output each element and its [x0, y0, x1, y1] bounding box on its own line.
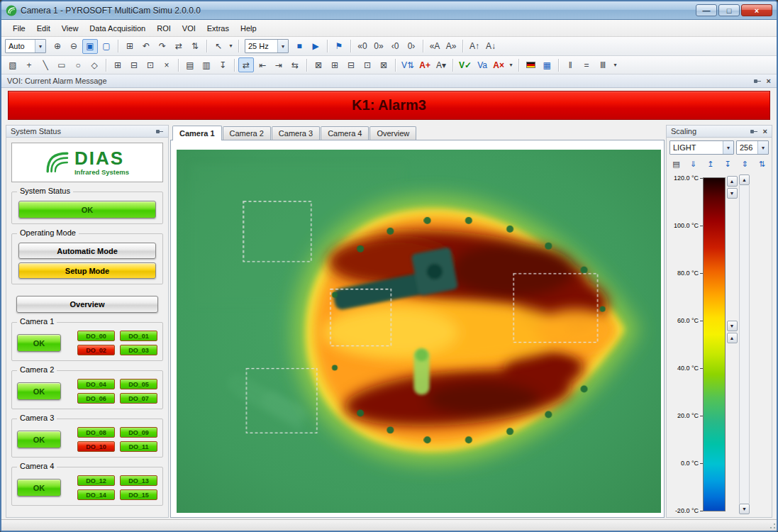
menu-view[interactable]: View	[56, 22, 84, 35]
next-sequence-icon[interactable]: A»	[443, 39, 459, 54]
tab-camera-2[interactable]: Camera 2	[223, 126, 271, 140]
combo-caret-icon[interactable]: ▾	[277, 40, 288, 52]
color-scale-bar[interactable]	[703, 177, 726, 511]
step-back-zero-icon[interactable]: ‹0	[387, 39, 403, 54]
range-down-icon[interactable]: ▼	[727, 321, 738, 331]
scale-expand-icon[interactable]: ⇕	[738, 157, 752, 171]
point-roi-icon[interactable]: +	[21, 57, 37, 72]
panel-scrollbar[interactable]: ▲ ▼	[739, 174, 750, 514]
pixel-grid-icon[interactable]: ⊞	[122, 39, 138, 54]
polygon-roi-icon[interactable]: ◇	[87, 57, 102, 72]
do-06-button[interactable]: DO_06	[77, 393, 115, 404]
ellipse-roi-icon[interactable]: ○	[70, 57, 86, 72]
image-new-icon[interactable]: ▤	[182, 57, 198, 72]
combo-caret-icon[interactable]: ▾	[35, 40, 45, 52]
do-14-button[interactable]: DO_14	[77, 489, 115, 500]
scroll-down-icon[interactable]: ▼	[739, 504, 750, 514]
select-tool-caret-icon[interactable]: ▾	[227, 39, 235, 54]
menu-edit[interactable]: Edit	[31, 22, 56, 35]
do-02-button[interactable]: DO_02	[77, 345, 115, 355]
do-05-button[interactable]: DO_05	[120, 379, 157, 389]
menu-roi[interactable]: ROI	[151, 22, 177, 35]
roi-to-all-icon[interactable]: ⊠	[376, 57, 391, 72]
split-horizontal-icon[interactable]: =	[579, 57, 594, 72]
system-ok-button[interactable]: OK	[18, 201, 156, 218]
maximize-button[interactable]: □	[718, 4, 740, 16]
roi-duplicate-icon[interactable]: ⊡	[143, 57, 158, 72]
do-09-button[interactable]: DO_09	[120, 427, 157, 438]
roi-cut-icon[interactable]: ×	[159, 57, 174, 72]
combo-caret-icon[interactable]: ▾	[723, 141, 733, 154]
zoom-fit-icon[interactable]: ▣	[82, 39, 98, 54]
levels-combo[interactable]: 256 ▾	[736, 140, 769, 155]
tab-camera-4[interactable]: Camera 4	[321, 126, 369, 140]
camera-3-ok-button[interactable]: OK	[17, 431, 61, 448]
do-00-button[interactable]: DO_00	[77, 331, 115, 341]
frequency-combo[interactable]: 25 Hz ▾	[245, 39, 289, 53]
scrollbar-track[interactable]	[739, 185, 750, 504]
do-07-button[interactable]: DO_07	[120, 393, 157, 404]
close-icon[interactable]: ×	[767, 77, 771, 85]
new-roi-icon[interactable]: ▧	[5, 57, 21, 72]
forward-zero-icon[interactable]: 0»	[371, 39, 387, 54]
do-10-button[interactable]: DO_10	[77, 441, 115, 452]
paste-frame-icon[interactable]: A↓	[483, 39, 499, 54]
range-up-icon[interactable]: ▲	[727, 333, 738, 343]
scale-shift-down-icon[interactable]: ⇓	[687, 157, 700, 171]
do-12-button[interactable]: DO_12	[77, 475, 115, 486]
camera-1-ok-button[interactable]: OK	[17, 334, 61, 352]
alarm-list-icon[interactable]: A▾	[433, 57, 449, 72]
menu-data-acquisition[interactable]: Data Acquisition	[84, 22, 151, 35]
roi-to-cam3-icon[interactable]: ⊟	[343, 57, 359, 72]
step-forward-zero-icon[interactable]: 0›	[404, 39, 419, 54]
acq-play-icon[interactable]: ▶	[308, 39, 323, 54]
scale-down-icon[interactable]: ▼	[727, 188, 738, 199]
setup-mode-button[interactable]: Setup Mode	[18, 262, 156, 279]
flip-vertical-icon[interactable]: ⇅	[187, 39, 203, 54]
roi-move-icon[interactable]: ⇄	[238, 57, 254, 72]
voi-shift-icon[interactable]: V⇅	[399, 57, 416, 72]
flip-horizontal-icon[interactable]: ⇄	[171, 39, 187, 54]
roi-to-cam1-icon[interactable]: ⊠	[311, 57, 326, 72]
automatic-mode-button[interactable]: Automatic Mode	[18, 243, 156, 259]
do-04-button[interactable]: DO_04	[77, 379, 115, 389]
zoom-full-icon[interactable]: ▢	[99, 39, 114, 54]
select-tool-icon[interactable]: ↖	[211, 39, 226, 54]
scale-up-icon[interactable]: ▲	[727, 176, 738, 187]
overview-button[interactable]: Overview	[16, 296, 158, 313]
roi-copy-icon[interactable]: ⊞	[110, 57, 126, 72]
resize-grip[interactable]	[767, 521, 777, 530]
split-triple-icon[interactable]: Ⅲ	[595, 57, 611, 72]
language-german-icon[interactable]	[523, 57, 538, 72]
menu-help[interactable]: Help	[235, 22, 262, 35]
scale-auto-icon[interactable]: ⇅	[755, 157, 769, 171]
image-open-icon[interactable]: ▥	[199, 57, 214, 72]
menu-voi[interactable]: VOI	[177, 22, 201, 35]
do-15-button[interactable]: DO_15	[120, 489, 157, 500]
tab-overview[interactable]: Overview	[369, 126, 416, 140]
do-13-button[interactable]: DO_13	[120, 475, 157, 486]
line-roi-icon[interactable]: ╲	[38, 57, 53, 72]
tab-camera-3[interactable]: Camera 3	[272, 126, 320, 140]
scroll-up-icon[interactable]: ▲	[739, 174, 750, 185]
image-save-icon[interactable]: ↧	[215, 57, 230, 72]
palette-table-icon[interactable]: ▤	[669, 157, 683, 171]
roi-shrink-icon[interactable]: ⇤	[255, 57, 270, 72]
rotate-left-icon[interactable]: ↶	[138, 39, 154, 54]
do-03-button[interactable]: DO_03	[120, 345, 157, 355]
copy-frame-icon[interactable]: A↑	[467, 39, 482, 54]
voi-caret-icon[interactable]: ▾	[507, 57, 515, 72]
camera-4-ok-button[interactable]: OK	[17, 479, 61, 497]
zoom-out-icon[interactable]: ⊖	[66, 39, 82, 54]
voi-check-icon[interactable]: V✓	[457, 57, 474, 72]
rect-roi-icon[interactable]: ▭	[54, 57, 70, 72]
scale-top-icon[interactable]: ↥	[704, 157, 717, 171]
zoom-in-icon[interactable]: ⊕	[50, 39, 65, 54]
split-vertical-icon[interactable]: ‖	[562, 57, 578, 72]
display-layout-icon[interactable]: ▦	[539, 57, 555, 72]
roi-to-cam2-icon[interactable]: ⊞	[327, 57, 343, 72]
roi-transfer-icon[interactable]: ⇆	[287, 57, 303, 72]
thermal-image[interactable]	[177, 150, 661, 513]
do-11-button[interactable]: DO_11	[120, 441, 157, 452]
prev-sequence-icon[interactable]: «A	[427, 39, 443, 54]
